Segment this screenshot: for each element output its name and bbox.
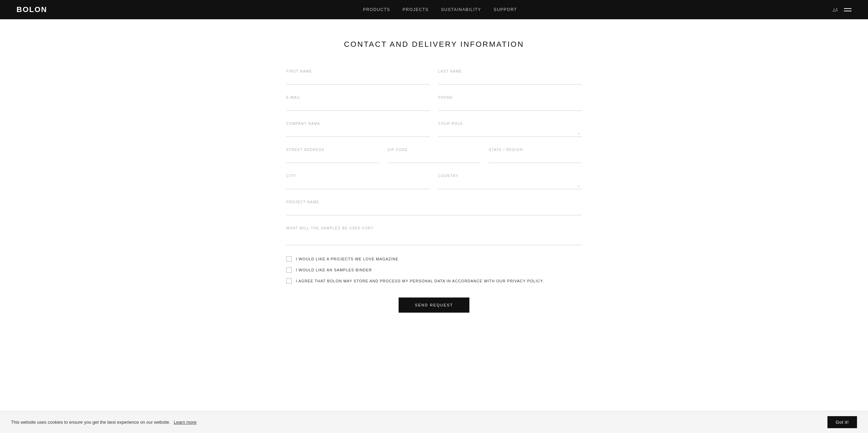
cookie-got-it-button[interactable]: Got it! <box>827 416 857 428</box>
zip-code-input[interactable] <box>388 154 481 163</box>
city-country-row: CITY COUNTRY Sweden United States United… <box>286 174 582 189</box>
email-group: E-MAIL <box>286 96 430 111</box>
country-label: COUNTRY <box>438 174 582 178</box>
last-name-input[interactable] <box>438 76 582 85</box>
your-role-label: YOUR ROLE <box>438 122 582 126</box>
country-select-wrapper: Sweden United States United Kingdom Germ… <box>438 181 582 189</box>
phone-input[interactable] <box>438 102 582 111</box>
nav-products[interactable]: PRODUCTS <box>363 7 390 12</box>
phone-group: PHONE <box>438 96 582 111</box>
city-label: CITY <box>286 174 430 178</box>
nav-icons: △1 <box>833 7 852 12</box>
zip-code-group: ZIP CODE <box>388 148 481 163</box>
company-name-label: COMPANY NAME <box>286 122 430 126</box>
last-name-group: LAST NAME <box>438 69 582 85</box>
email-input[interactable] <box>286 102 430 111</box>
country-select[interactable]: Sweden United States United Kingdom Germ… <box>438 181 582 189</box>
logo[interactable]: BOLON <box>16 5 47 14</box>
nav-sustainability[interactable]: SUSTAINABILITY <box>441 7 481 12</box>
your-role-group: YOUR ROLE Architect Designer Contractor … <box>438 122 582 137</box>
submit-row: SEND REQUEST <box>286 297 582 313</box>
checkbox-group-3: I AGREE THAT BOLON MAY STORE AND PROCESS… <box>286 278 582 284</box>
checkbox-group-2: I WOULD LIKE AN SAMPLES BINDER <box>286 267 582 273</box>
city-group: CITY <box>286 174 430 189</box>
first-name-input[interactable] <box>286 76 430 85</box>
first-name-group: FIRST NAME <box>286 69 430 85</box>
magazine-checkbox[interactable] <box>286 256 292 262</box>
project-name-input[interactable] <box>286 207 582 215</box>
samples-used-for-label: WHAT WILL THE SAMPLES BE USED FOR? <box>286 226 582 230</box>
contact-row: E-MAIL PHONE <box>286 96 582 111</box>
checkbox-group-1: I WOULD LIKE A PROJECTS WE LOVE MAGAZINE <box>286 256 582 262</box>
magazine-checkbox-label[interactable]: I WOULD LIKE A PROJECTS WE LOVE MAGAZINE <box>296 257 399 261</box>
page-title: CONTACT AND DELIVERY INFORMATION <box>286 40 582 49</box>
samples-used-for-input[interactable] <box>286 233 582 245</box>
company-row: COMPANY NAME YOUR ROLE Architect Designe… <box>286 122 582 137</box>
nav-support[interactable]: SUPPORT <box>493 7 517 12</box>
samples-used-for-group: WHAT WILL THE SAMPLES BE USED FOR? <box>286 226 582 245</box>
cookie-banner: This website uses cookies to ensure you … <box>0 411 868 433</box>
street-address-group: STREET ADDRESS <box>286 148 379 163</box>
city-input[interactable] <box>286 181 430 189</box>
nav-links: PRODUCTS PROJECTS SUSTAINABILITY SUPPORT <box>363 7 517 12</box>
samples-row: WHAT WILL THE SAMPLES BE USED FOR? <box>286 226 582 245</box>
nav-projects[interactable]: PROJECTS <box>403 7 429 12</box>
cookie-message: This website uses cookies to ensure you … <box>11 420 170 425</box>
privacy-policy-checkbox-label[interactable]: I AGREE THAT BOLON MAY STORE AND PROCESS… <box>296 279 544 283</box>
cookie-learn-more-link[interactable]: Learn more <box>174 420 197 425</box>
country-group: COUNTRY Sweden United States United King… <box>438 174 582 189</box>
state-region-group: STATE / REGION <box>489 148 582 163</box>
contact-form: FIRST NAME LAST NAME E-MAIL PHONE COMPAN… <box>286 69 582 313</box>
state-region-input[interactable] <box>489 154 582 163</box>
your-role-select-wrapper: Architect Designer Contractor Other ⌄ <box>438 128 582 137</box>
your-role-select[interactable]: Architect Designer Contractor Other <box>438 128 582 137</box>
company-name-input[interactable] <box>286 128 430 137</box>
navigation: BOLON PRODUCTS PROJECTS SUSTAINABILITY S… <box>0 0 868 19</box>
privacy-policy-checkbox[interactable] <box>286 278 292 284</box>
state-region-label: STATE / REGION <box>489 148 582 152</box>
samples-binder-checkbox[interactable] <box>286 267 292 273</box>
checkboxes-section: I WOULD LIKE A PROJECTS WE LOVE MAGAZINE… <box>286 256 582 284</box>
street-address-label: STREET ADDRESS <box>286 148 379 152</box>
zip-code-label: ZIP CODE <box>388 148 481 152</box>
company-name-group: COMPANY NAME <box>286 122 430 137</box>
phone-label: PHONE <box>438 96 582 99</box>
project-name-group: PROJECT NAME: <box>286 200 582 215</box>
street-address-input[interactable] <box>286 154 379 163</box>
cart-icon[interactable]: △1 <box>833 7 838 12</box>
first-name-label: FIRST NAME <box>286 69 430 73</box>
send-request-button[interactable]: SEND REQUEST <box>399 297 470 313</box>
name-row: FIRST NAME LAST NAME <box>286 69 582 85</box>
main-content: CONTACT AND DELIVERY INFORMATION FIRST N… <box>279 19 589 347</box>
email-label: E-MAIL <box>286 96 430 99</box>
last-name-label: LAST NAME <box>438 69 582 73</box>
menu-icon[interactable] <box>844 8 852 11</box>
samples-binder-checkbox-label[interactable]: I WOULD LIKE AN SAMPLES BINDER <box>296 268 372 272</box>
project-name-label: PROJECT NAME: <box>286 200 582 204</box>
cookie-banner-text: This website uses cookies to ensure you … <box>11 420 819 425</box>
address-row: STREET ADDRESS ZIP CODE STATE / REGION <box>286 148 582 163</box>
project-name-row: PROJECT NAME: <box>286 200 582 215</box>
